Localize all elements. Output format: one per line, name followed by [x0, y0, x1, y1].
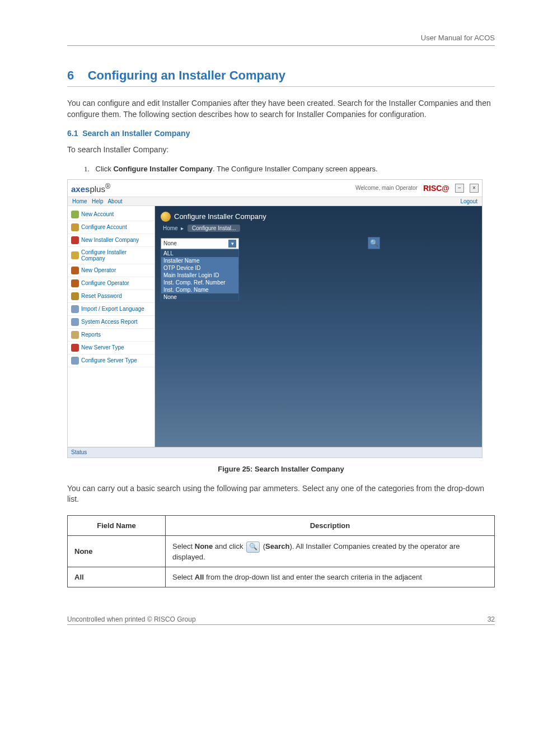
section-rule: [67, 86, 495, 87]
th-field-name: Field Name: [68, 515, 166, 535]
close-button[interactable]: ×: [470, 184, 479, 193]
sidebar-label: Reports: [81, 332, 101, 338]
sidebar-label: Import / Export Language: [81, 306, 144, 312]
search-field-dropdown[interactable]: None ▾ ALL Installer Name OTP Device ID …: [161, 238, 239, 301]
sidebar-item[interactable]: Import / Export Language: [68, 303, 154, 316]
sidebar-label: Configure Server Type: [81, 357, 137, 363]
subsection-title: Search an Installer Company: [82, 129, 190, 138]
row-desc-pre: Select: [172, 542, 195, 550]
ss-main-panel: Configure Installer Company Home ▸ Confi…: [155, 206, 482, 447]
logo-sup: ®: [105, 183, 110, 190]
sidebar-item[interactable]: System Access Report: [68, 316, 154, 329]
search-button[interactable]: 🔍: [368, 237, 380, 249]
sidebar-icon: [71, 292, 79, 300]
globe-icon: [161, 212, 171, 222]
figure-caption: Figure 25: Search Installer Company: [67, 465, 495, 473]
menu-about[interactable]: About: [107, 198, 122, 204]
sidebar-item[interactable]: Configure Server Type: [68, 354, 154, 367]
row-desc-post: from the drop-down list and enter the se…: [204, 573, 422, 581]
section-intro: You can configure and edit Installer Com…: [67, 98, 495, 120]
ss-tabstrip: Home ▸ Configure Instal...: [161, 224, 476, 236]
dropdown-option[interactable]: Main Installer Login ID: [161, 272, 238, 279]
ss-menubar: Home Help About Logout: [68, 197, 482, 206]
dropdown-options: ALL Installer Name OTP Device ID Main In…: [161, 249, 239, 301]
sidebar-label: New Account: [81, 211, 114, 217]
subsection-number: 6.1: [67, 129, 78, 138]
section-number: 6: [67, 68, 74, 82]
tab-home[interactable]: Home: [163, 225, 178, 231]
sidebar-item[interactable]: Configure Installer Company: [68, 247, 154, 264]
step-pre: Click: [96, 165, 114, 173]
sidebar-icon: [71, 236, 79, 244]
sidebar-icon: [71, 357, 79, 365]
footer-left: Uncontrolled when printed © RISCO Group: [67, 615, 196, 623]
welcome-text: Welcome, main Operator: [355, 185, 418, 191]
sidebar-item[interactable]: Configure Operator: [68, 277, 154, 290]
sidebar-item[interactable]: Reports: [68, 329, 154, 342]
dropdown-option[interactable]: Inst. Comp. Ref. Number: [161, 279, 238, 286]
step-post: . The Configure Installer Company screen…: [213, 165, 378, 173]
menu-help[interactable]: Help: [92, 198, 104, 204]
dropdown-option[interactable]: Installer Name: [161, 257, 238, 264]
sidebar-label: New Server Type: [81, 344, 124, 351]
dropdown-option[interactable]: None: [161, 293, 238, 301]
dropdown-selected: None: [163, 240, 177, 246]
row-desc-paren: (: [261, 542, 265, 550]
logo-part-a: axes: [71, 184, 90, 194]
header-rule: [67, 45, 495, 46]
row-desc: Select All from the drop-down list and e…: [166, 567, 495, 587]
row-desc-mid: and click: [213, 542, 245, 550]
row-field: None: [74, 547, 93, 556]
sidebar-icon: [71, 223, 79, 231]
description-table: Field Name Description None Select None …: [67, 515, 495, 587]
risc-logo: RISC@: [423, 184, 449, 193]
sidebar-label: New Installer Company: [81, 237, 139, 243]
dropdown-option[interactable]: Inst. Comp. Name: [161, 286, 238, 293]
sidebar-label: New Operator: [81, 267, 116, 273]
page-header-right: User Manual for ACOS: [67, 34, 495, 45]
sidebar-item[interactable]: New Operator: [68, 264, 154, 277]
table-row: All Select All from the drop-down list a…: [68, 567, 495, 587]
step-number: 1.: [84, 165, 90, 173]
sidebar-icon: [71, 267, 79, 274]
sidebar-icon: [71, 305, 79, 313]
sidebar-item[interactable]: New Server Type: [68, 342, 154, 354]
sidebar-label: Configure Operator: [81, 280, 129, 286]
row-desc-bold2: Search: [265, 542, 289, 550]
dropdown-option[interactable]: ALL: [161, 250, 238, 257]
tab-configure-installer[interactable]: Configure Instal...: [188, 225, 240, 232]
sidebar-item[interactable]: Reset Password: [68, 290, 154, 303]
table-row: None Select None and click 🔍 (Search). A…: [68, 535, 495, 567]
th-description: Description: [166, 515, 495, 535]
sidebar-item[interactable]: New Account: [68, 208, 154, 221]
screenshot: axesplus® Welcome, main Operator RISC@ −…: [67, 179, 483, 458]
sidebar-icon: [71, 331, 79, 339]
ss-titlebar: axesplus® Welcome, main Operator RISC@ −…: [68, 180, 482, 197]
sidebar-icon: [71, 344, 79, 352]
sidebar-label: System Access Report: [81, 319, 138, 325]
logo-part-b: plus: [90, 184, 105, 194]
section-title: 6 Configuring an Installer Company: [67, 68, 495, 83]
sidebar-icon: [71, 279, 79, 287]
row-field: All: [74, 573, 84, 581]
sidebar-item[interactable]: New Installer Company: [68, 234, 154, 247]
sidebar-label: Configure Account: [81, 224, 127, 230]
dropdown-arrow-icon[interactable]: ▾: [228, 240, 236, 248]
row-desc-bold: None: [195, 542, 213, 550]
panel-title-text: Configure Installer Company: [174, 212, 266, 221]
subsection-lead: To search Installer Company:: [67, 144, 495, 156]
sidebar-label: Reset Password: [81, 293, 122, 299]
status-bar: Status: [68, 447, 482, 458]
menu-home[interactable]: Home: [72, 198, 87, 204]
sidebar-icon: [71, 318, 79, 326]
step-1: 1. Click Configure Installer Company. Th…: [84, 165, 495, 174]
row-desc: Select None and click 🔍 (Search). All In…: [166, 535, 495, 567]
sidebar-item[interactable]: Configure Account: [68, 221, 154, 234]
after-figure-paragraph: You can carry out a basic search using t…: [67, 483, 495, 505]
sidebar-label: Configure Installer Company: [81, 249, 151, 262]
dropdown-option[interactable]: OTP Device ID: [161, 264, 238, 272]
sidebar-icon: [71, 211, 79, 218]
minimize-button[interactable]: −: [455, 184, 464, 193]
row-desc-pre: Select: [172, 573, 195, 581]
menu-logout[interactable]: Logout: [460, 198, 477, 204]
